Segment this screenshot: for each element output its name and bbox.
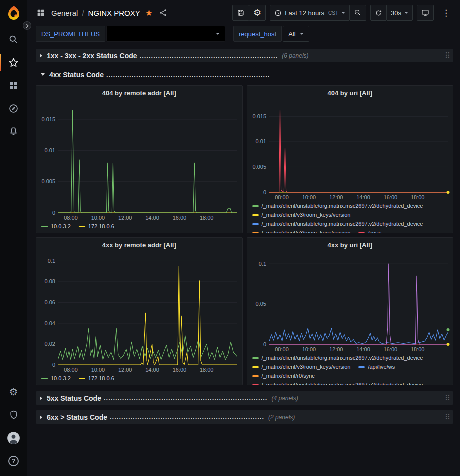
svg-text:08:00: 08:00 xyxy=(275,194,289,200)
time-series-chart[interactable]: 00.0050.010.01508:0010:0012:0014:0016:00… xyxy=(247,100,453,201)
svg-text:0.005: 0.005 xyxy=(41,178,55,184)
row-drag-handle[interactable]: ⠿ xyxy=(445,413,450,422)
legend-label: /_matrix/client/unstable/org.matrix.msc2… xyxy=(262,353,423,362)
refresh-interval-select[interactable]: 30s xyxy=(386,5,413,21)
svg-text:0.01: 0.01 xyxy=(255,138,266,144)
legend-item[interactable]: /api/live/ws xyxy=(358,362,395,371)
apps-grid-icon[interactable] xyxy=(34,6,47,19)
sidebar-item-alerting[interactable] xyxy=(0,120,27,143)
dashboard-title[interactable]: NGINX PROXY xyxy=(88,9,140,17)
legend-swatch xyxy=(252,205,259,207)
time-range-label: Last 12 hours xyxy=(285,9,324,17)
legend-label: /api/live/ws xyxy=(368,362,395,371)
refresh-interval-value: 30s xyxy=(391,9,401,17)
refresh-button[interactable] xyxy=(370,5,387,21)
sidebar: ⚙ ? xyxy=(0,0,27,476)
legend-item[interactable]: /_matrix/client/v3/room_keys/version xyxy=(252,210,351,219)
help-icon: ? xyxy=(8,456,19,466)
row-title: 6xx > Status Code xyxy=(47,413,107,421)
panel-legend: 10.0.3.2172.18.0.6 xyxy=(36,373,242,385)
panel-title[interactable]: 404 by uri [All] xyxy=(247,86,453,100)
svg-text:0.05: 0.05 xyxy=(255,301,266,307)
legend-label: /_matrix/client/r0/sync xyxy=(262,371,315,380)
row-1xx-3xx-2xx-status-code[interactable]: 1xx - 3xx - 2xx Status Code ............… xyxy=(36,49,453,62)
time-series-chart[interactable]: 00.020.040.060.080.108:0010:0012:0014:00… xyxy=(36,252,242,373)
panel-legend: /_matrix/client/unstable/org.matrix.msc2… xyxy=(247,201,453,233)
row-5xx-status-code[interactable]: 5xx Status Code ........................… xyxy=(36,391,453,405)
svg-text:16:00: 16:00 xyxy=(383,194,397,200)
legend-swatch xyxy=(358,232,365,234)
legend-label: 10.0.3.2 xyxy=(51,374,71,383)
row-4xx-status-code[interactable]: 4xx Status Code ........................… xyxy=(36,68,453,81)
legend-item[interactable]: /sw.js xyxy=(358,228,381,233)
svg-text:10:00: 10:00 xyxy=(302,346,316,352)
svg-text:12:00: 12:00 xyxy=(329,194,343,200)
svg-text:0: 0 xyxy=(52,362,55,368)
legend-item[interactable]: /_matrix/client/v3/room_keys/version xyxy=(252,228,351,233)
sidebar-item-starred[interactable] xyxy=(0,51,27,74)
variable-label-ds-prometheus[interactable]: DS_PROMETHEUS xyxy=(36,26,105,42)
panel-404-by-remote-addr: 404 by remote addr [All] 00.0050.010.015… xyxy=(36,85,243,233)
row-title-dots: ........................................… xyxy=(104,394,267,402)
share-icon[interactable] xyxy=(157,6,170,19)
legend-label: /sw.js xyxy=(368,228,381,233)
panel-title[interactable]: 4xx by uri [All] xyxy=(247,238,453,252)
sidebar-item-search[interactable] xyxy=(0,28,27,51)
time-series-chart[interactable]: 00.050.108:0010:0012:0014:0016:0018:00 xyxy=(247,252,453,353)
request-host-select[interactable]: All xyxy=(283,26,309,42)
svg-text:0.1: 0.1 xyxy=(258,261,266,267)
dashboard-content: 1xx - 3xx - 2xx Status Code ............… xyxy=(27,45,460,476)
time-series-chart[interactable]: 00.0050.010.01508:0010:0012:0014:0016:00… xyxy=(36,100,242,221)
breadcrumb-folder[interactable]: General xyxy=(51,9,78,17)
row-title: 4xx Status Code xyxy=(49,71,104,79)
sidebar-item-admin[interactable] xyxy=(0,403,27,426)
legend-item[interactable]: /_matrix/client/v3/room_keys/version xyxy=(252,362,351,371)
legend-item[interactable]: 10.0.3.2 xyxy=(41,222,71,231)
more-options-menu[interactable]: ⋮ xyxy=(438,5,454,21)
time-range-picker[interactable]: Last 12 hours CST xyxy=(270,5,350,21)
legend-item[interactable]: /_matrix/client/unstable/org.matrix.msc2… xyxy=(252,201,423,210)
legend-swatch xyxy=(79,226,85,227)
svg-text:12:00: 12:00 xyxy=(118,215,132,221)
row-6xx-status-code[interactable]: 6xx > Status Code ......................… xyxy=(36,410,453,424)
legend-label: 10.0.3.2 xyxy=(51,222,71,231)
sidebar-item-profile[interactable] xyxy=(0,426,27,449)
sidebar-item-explore[interactable] xyxy=(0,97,27,120)
legend-item[interactable]: /_matrix/client/r0/sync xyxy=(252,371,315,380)
row-drag-handle[interactable]: ⠿ xyxy=(445,394,450,403)
save-dashboard-button[interactable] xyxy=(232,5,249,21)
zoom-out-time-button[interactable] xyxy=(349,5,366,21)
panel-title[interactable]: 4xx by remote addr [All] xyxy=(36,238,242,252)
legend-swatch xyxy=(252,214,259,216)
ds-prometheus-select[interactable] xyxy=(106,26,225,42)
sidebar-item-configuration[interactable]: ⚙ xyxy=(0,380,27,403)
sidebar-collapse-button[interactable] xyxy=(23,21,31,30)
legend-item[interactable]: 172.18.0.6 xyxy=(79,222,114,231)
dashboard-settings-button[interactable]: ⚙ xyxy=(249,5,266,21)
variable-label-request-host[interactable]: request_host xyxy=(233,26,282,42)
svg-text:0.02: 0.02 xyxy=(45,341,55,347)
legend-item[interactable]: 10.0.3.2 xyxy=(41,374,71,383)
tv-mode-button[interactable] xyxy=(417,5,434,21)
legend-label: 172.18.0.6 xyxy=(88,222,114,231)
legend-item[interactable]: 172.18.0.6 xyxy=(79,374,114,383)
variables-bar: DS_PROMETHEUS request_host All xyxy=(27,26,460,45)
svg-text:0.04: 0.04 xyxy=(45,320,55,326)
svg-text:0: 0 xyxy=(52,210,55,216)
sidebar-item-help[interactable]: ? xyxy=(0,449,27,472)
sidebar-item-dashboards[interactable] xyxy=(0,74,27,97)
panel-grid: 404 by remote addr [All] 00.0050.010.015… xyxy=(36,85,453,385)
breadcrumb-separator: / xyxy=(82,9,84,17)
favorite-star-icon[interactable]: ★ xyxy=(145,8,153,18)
svg-text:14:00: 14:00 xyxy=(145,215,159,221)
grafana-logo[interactable] xyxy=(6,5,22,21)
legend-item[interactable]: /_matrix/client/unstable/org.matrix.msc2… xyxy=(252,380,423,385)
legend-item[interactable]: /_matrix/client/unstable/org.matrix.msc2… xyxy=(252,353,423,362)
panel-title[interactable]: 404 by remote addr [All] xyxy=(36,86,242,100)
caret-down-icon xyxy=(404,12,408,14)
legend-label: /_matrix/client/unstable/org.matrix.msc2… xyxy=(262,380,423,385)
svg-text:16:00: 16:00 xyxy=(173,215,187,221)
compass-icon xyxy=(8,103,19,114)
legend-item[interactable]: /_matrix/client/unstable/org.matrix.msc2… xyxy=(252,219,423,228)
row-drag-handle[interactable]: ⠿ xyxy=(445,51,450,60)
